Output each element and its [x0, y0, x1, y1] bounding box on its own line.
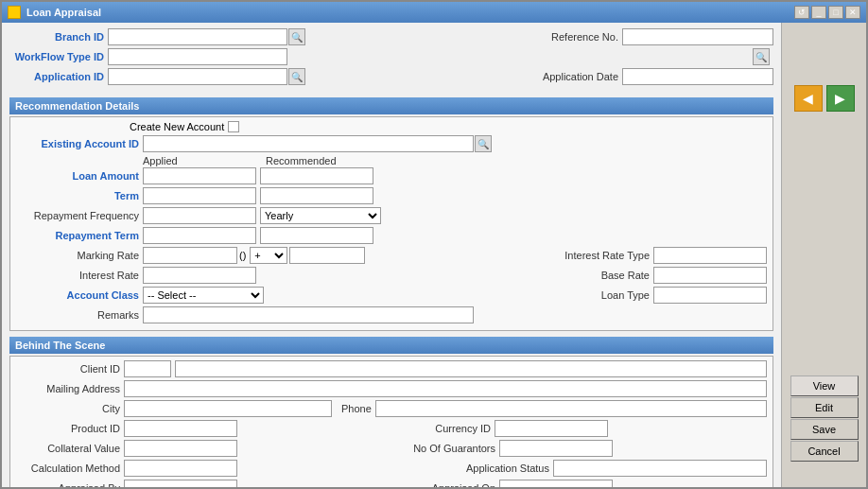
city-label: City — [16, 403, 120, 414]
marking-rate-applied-input[interactable] — [143, 247, 237, 264]
remarks-input[interactable] — [143, 306, 474, 323]
appraised-on-input[interactable] — [499, 480, 613, 487]
interest-rate-input[interactable] — [143, 267, 256, 284]
parenthesis: () — [239, 250, 246, 261]
loan-type-input[interactable] — [653, 287, 767, 304]
loan-amount-label: Loan Amount — [16, 170, 139, 182]
appraised-by-label: Appraised By — [16, 482, 120, 487]
recommendation-header: Recommendation Details — [9, 97, 773, 114]
reference-no-input[interactable] — [622, 28, 773, 45]
branch-id-search-btn[interactable]: 🔍 — [288, 28, 305, 45]
term-applied-input[interactable] — [143, 187, 256, 204]
prev-arrow-icon: ◀ — [803, 91, 813, 106]
action-buttons: View Edit Save Cancel — [790, 375, 859, 463]
minimize-btn[interactable]: _ — [811, 6, 826, 19]
city-input[interactable] — [124, 400, 332, 417]
title-bar: Loan Appraisal ↺ _ □ ✕ — [2, 2, 866, 23]
application-date-label: Application Date — [514, 71, 618, 82]
nav-buttons: ◀ ▶ — [792, 83, 857, 114]
term-recommended-input[interactable] — [260, 187, 373, 204]
loan-amount-recommended-input[interactable] — [260, 167, 373, 184]
collateral-value-input[interactable] — [124, 440, 237, 457]
appraised-by-input[interactable] — [124, 480, 237, 487]
repayment-freq-select[interactable]: Yearly — [260, 207, 381, 224]
reference-no-label: Reference No. — [533, 31, 618, 43]
branch-id-input[interactable] — [108, 28, 287, 45]
account-class-select[interactable]: -- Select -- — [143, 287, 264, 304]
interest-rate-label: Interest Rate — [16, 270, 139, 281]
behind-scene-title: Behind The Scene — [15, 340, 105, 351]
interest-rate-row: Interest Rate Base Rate — [16, 267, 767, 284]
create-new-account-label: Create New Account — [130, 121, 224, 132]
application-date-input[interactable] — [622, 68, 773, 85]
no-guarantors-label: No Of Guarantors — [391, 443, 495, 454]
loan-amount-applied-input[interactable] — [143, 167, 256, 184]
close-btn[interactable]: ✕ — [845, 6, 860, 19]
loan-type-label: Loan Type — [546, 289, 650, 301]
loan-amount-row: Loan Amount — [16, 167, 767, 184]
app-status-input[interactable] — [553, 460, 767, 477]
existing-account-label: Existing Account ID — [16, 138, 139, 149]
col-applied-header: Applied — [143, 155, 266, 166]
collateral-guarantors-row: Collateral Value No Of Guarantors — [16, 440, 767, 457]
edit-button[interactable]: Edit — [790, 397, 859, 418]
no-guarantors-input[interactable] — [499, 440, 613, 457]
workflow-search-btn[interactable]: 🔍 — [753, 48, 770, 65]
currency-id-label: Currency ID — [396, 423, 491, 434]
application-id-search-btn[interactable]: 🔍 — [288, 68, 305, 85]
content-area: Branch ID 🔍 Reference No. WorkFlow Type … — [2, 23, 866, 487]
calc-method-label: Calculation Method — [16, 463, 120, 474]
term-label: Term — [16, 190, 139, 201]
prev-nav-btn[interactable]: ◀ — [794, 85, 823, 112]
product-id-label: Product ID — [16, 423, 120, 434]
marking-rate-extra-input[interactable] — [289, 247, 365, 264]
cancel-button[interactable]: Cancel — [790, 441, 859, 462]
product-id-input[interactable] — [124, 420, 237, 437]
city-phone-row: City Phone — [16, 400, 767, 417]
workflow-type-input[interactable] — [108, 48, 287, 65]
existing-account-row: Existing Account ID 🔍 — [16, 135, 767, 152]
plus-minus-select[interactable]: +- — [250, 247, 287, 264]
branch-ref-row: Branch ID 🔍 Reference No. — [9, 28, 773, 45]
recommendation-title: Recommendation Details — [15, 100, 139, 112]
view-button[interactable]: View — [790, 375, 859, 396]
term-row: Term — [16, 187, 767, 204]
save-button[interactable]: Save — [790, 419, 859, 440]
appraised-row: Appraised By Appraised On — [16, 480, 767, 487]
title-bar-controls[interactable]: ↺ _ □ ✕ — [794, 6, 860, 19]
client-id-label: Client ID — [16, 363, 120, 375]
interest-rate-type-input[interactable] — [653, 247, 767, 264]
window-icon — [8, 6, 21, 19]
repayment-freq-applied-input[interactable] — [143, 207, 256, 224]
client-id-input[interactable] — [124, 360, 171, 377]
phone-label: Phone — [341, 403, 372, 414]
create-account-row: Create New Account — [16, 121, 767, 132]
next-nav-btn[interactable]: ▶ — [826, 85, 855, 112]
main-window: Loan Appraisal ↺ _ □ ✕ Branch ID 🔍 Refer… — [0, 0, 868, 489]
repayment-freq-label: Repayment Frequency — [16, 210, 139, 221]
application-id-input[interactable] — [108, 68, 287, 85]
calc-method-input[interactable] — [124, 460, 237, 477]
phone-input[interactable] — [375, 400, 767, 417]
mailing-address-input[interactable] — [124, 380, 767, 397]
existing-account-input[interactable] — [143, 135, 474, 152]
currency-id-input[interactable] — [495, 420, 608, 437]
create-account-checkbox[interactable] — [228, 121, 239, 132]
restore-btn[interactable]: ↺ — [794, 6, 809, 19]
remarks-label: Remarks — [16, 309, 139, 321]
mailing-address-label: Mailing Address — [16, 383, 120, 394]
workflow-type-label: WorkFlow Type ID — [9, 51, 104, 62]
repayment-term-label: Repayment Term — [16, 230, 139, 241]
behind-scene-header: Behind The Scene — [9, 337, 773, 354]
repayment-term-row: Repayment Term — [16, 227, 767, 244]
maximize-btn[interactable]: □ — [828, 6, 843, 19]
col-headers: Applied Recommended — [143, 155, 767, 166]
existing-account-search-btn[interactable]: 🔍 — [475, 135, 492, 152]
client-id-name-input[interactable] — [175, 360, 767, 377]
repayment-freq-row: Repayment Frequency Yearly — [16, 207, 767, 224]
main-panel: Branch ID 🔍 Reference No. WorkFlow Type … — [2, 23, 781, 487]
window-title: Loan Appraisal — [26, 7, 101, 18]
repayment-term-applied-input[interactable] — [143, 227, 256, 244]
base-rate-input[interactable] — [653, 267, 767, 284]
repayment-term-recommended-input[interactable] — [260, 227, 373, 244]
